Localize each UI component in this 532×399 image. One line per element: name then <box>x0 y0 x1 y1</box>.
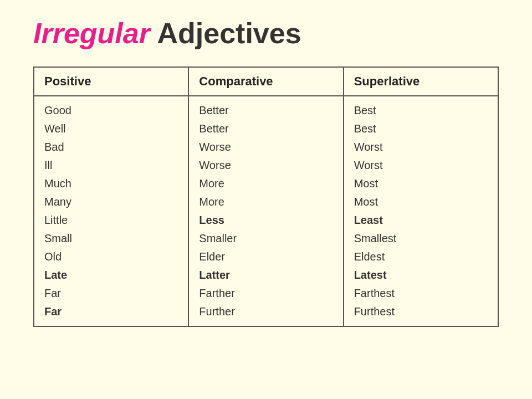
adjectives-table: Positive Comparative Superlative Good We… <box>33 66 499 327</box>
cell-positive: Good Well Bad Ill Much Many Little Small… <box>34 96 188 326</box>
comparative-worse2: Worse <box>199 157 332 174</box>
superlative-least: Least <box>354 212 488 229</box>
cell-superlative: Best Best Worst Worst Most Most Least Sm… <box>344 96 498 326</box>
superlative-worst2: Worst <box>354 157 488 174</box>
superlative-worst1: Worst <box>354 139 488 156</box>
superlative-list: Best Best Worst Worst Most Most Least Sm… <box>354 102 488 320</box>
superlative-most2: Most <box>354 193 488 211</box>
comparative-latter: Latter <box>199 267 332 284</box>
superlative-eldest: Eldest <box>354 248 488 265</box>
title-container: Irregular Adjectives <box>33 17 499 50</box>
comparative-more1: More <box>199 175 332 192</box>
header-positive: Positive <box>34 67 188 96</box>
positive-many: Many <box>44 193 178 211</box>
cell-comparative: Better Better Worse Worse More More Less… <box>188 96 343 326</box>
comparative-less: Less <box>199 212 332 229</box>
table-header-row: Positive Comparative Superlative <box>34 67 498 96</box>
positive-little: Little <box>44 212 178 229</box>
comparative-worse1: Worse <box>199 139 332 156</box>
comparative-better1: Better <box>199 102 332 119</box>
comparative-farther: Farther <box>199 285 332 302</box>
comparative-more2: More <box>199 193 332 211</box>
positive-list: Good Well Bad Ill Much Many Little Small… <box>44 102 178 320</box>
positive-bad: Bad <box>44 139 178 156</box>
comparative-list: Better Better Worse Worse More More Less… <box>199 102 332 320</box>
positive-much: Much <box>44 175 178 192</box>
positive-far2: Far <box>44 303 178 320</box>
superlative-best2: Best <box>354 120 488 137</box>
positive-old: Old <box>44 248 178 265</box>
positive-small: Small <box>44 230 178 247</box>
header-comparative: Comparative <box>188 67 343 96</box>
superlative-farthest: Farthest <box>354 285 488 302</box>
comparative-elder: Elder <box>199 248 332 265</box>
superlative-furthest: Furthest <box>354 303 488 320</box>
superlative-best1: Best <box>354 102 488 119</box>
comparative-better2: Better <box>199 120 332 137</box>
positive-late: Late <box>44 267 178 284</box>
title-adjectives: Adjectives <box>150 17 301 49</box>
positive-ill: Ill <box>44 157 178 174</box>
positive-well: Well <box>44 120 178 137</box>
positive-good: Good <box>44 102 178 119</box>
comparative-smaller: Smaller <box>199 230 332 247</box>
table-row: Good Well Bad Ill Much Many Little Small… <box>34 96 498 326</box>
positive-far1: Far <box>44 285 178 302</box>
title-irregular: Irregular <box>33 17 150 49</box>
superlative-smallest: Smallest <box>354 230 488 247</box>
comparative-further: Further <box>199 303 332 320</box>
superlative-latest: Latest <box>354 267 488 284</box>
header-superlative: Superlative <box>344 67 498 96</box>
superlative-most1: Most <box>354 175 488 192</box>
